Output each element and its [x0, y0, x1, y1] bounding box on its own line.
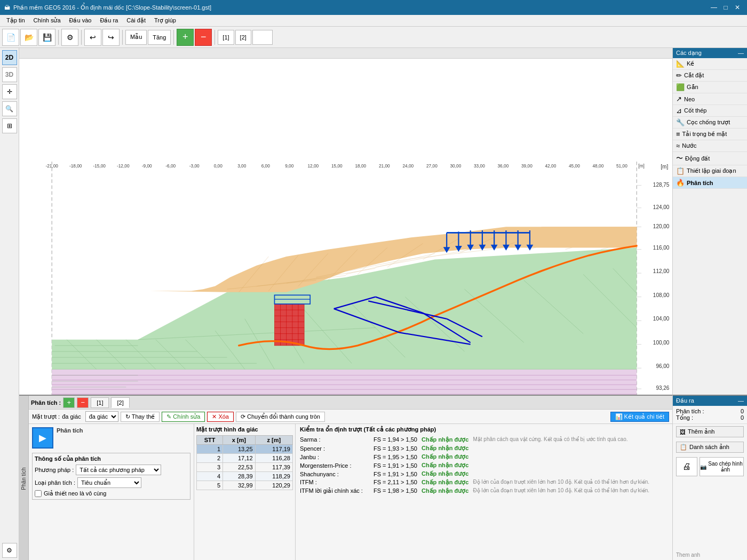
sidebar-item-coc-chong-truot[interactable]: 🔧 Cọc chống trượt	[673, 117, 747, 129]
svg-text:-12,00: -12,00	[117, 163, 130, 169]
phuong-phap-select[interactable]: Tất cả các phương pháp	[76, 465, 161, 475]
shachunyanc-status: Chấp nhận được	[422, 470, 469, 477]
settings-button[interactable]: ⚙	[61, 29, 78, 46]
separator-5	[214, 30, 215, 45]
measure-tool-button[interactable]: ⊞	[2, 118, 17, 133]
zoom-tool-button[interactable]: 🔍	[2, 101, 17, 116]
gia-thiet-checkbox[interactable]	[35, 490, 42, 497]
minimize-button[interactable]: —	[709, 2, 719, 13]
sidebar-item-gan[interactable]: 🟩 Gắn	[673, 82, 747, 93]
phan-tich-tab1[interactable]: [1]	[91, 397, 109, 408]
menu-chinh-sua[interactable]: Chính sửa	[29, 16, 65, 25]
convert-icon: ⟳	[241, 413, 245, 420]
sidebar-item-cat-dat[interactable]: ✏ Cắt đặt	[673, 70, 747, 82]
bottom-settings-button[interactable]: ⚙	[2, 543, 17, 558]
them-anh-button[interactable]: 🖼 Thêm ảnh	[676, 426, 744, 437]
window-controls[interactable]: — □ ✕	[709, 2, 743, 13]
add-button[interactable]: +	[177, 29, 194, 46]
spencer-value: FS = 1,93 > 1,50	[374, 445, 417, 452]
danh-sach-anh-button[interactable]: 📋 Danh sách ảnh	[676, 442, 744, 453]
view-2d-button[interactable]: 2D	[2, 50, 17, 65]
save-button[interactable]: 💾	[38, 29, 55, 46]
undo-button[interactable]: ↩	[84, 29, 101, 46]
side-label-text: Phân tích	[21, 467, 27, 490]
list-icon: 📋	[680, 444, 687, 451]
sarma-status: Chấp nhận được	[422, 436, 469, 443]
mat-truot-select[interactable]: đa giác	[85, 411, 118, 422]
col-x: x [m]	[223, 436, 255, 445]
table-row[interactable]: 113,25117,19	[197, 445, 293, 454]
sidebar-item-thiet-lap[interactable]: 📋 Thiết lập giai đoạn	[673, 165, 747, 177]
phan-tich-label: Phân tích	[687, 180, 713, 186]
thiet-lap-icon: 📋	[676, 167, 685, 175]
itfm-exact-note: Độ lớn của đoạn trượt xiên lớn hơn 10 độ…	[473, 487, 649, 493]
svg-text:36,00: 36,00	[497, 163, 508, 169]
redo-button[interactable]: ↪	[102, 29, 120, 46]
phan-tich-remove-button[interactable]: −	[77, 397, 89, 408]
chuyen-doi-button[interactable]: ⟳ Chuyển đổi thành cung tròn	[236, 412, 325, 422]
menu-tap-tin[interactable]: Tập tin	[2, 16, 29, 25]
mat-truot-label: Mặt trượt :	[32, 413, 60, 420]
view-3d-button[interactable]: 3D	[2, 67, 17, 82]
right-panel-collapse-icon[interactable]: —	[738, 50, 744, 57]
output-collapse-icon[interactable]: —	[738, 397, 744, 404]
sidebar-item-phan-tich[interactable]: 🔥 Phân tích	[673, 177, 747, 189]
ket-qua-chi-tiet-button[interactable]: 📊 Kết quả chi tiết	[610, 412, 669, 422]
right-panel-title: Các dạng	[676, 50, 702, 57]
sidebar-item-nuoc[interactable]: ≈ Nước	[673, 140, 747, 152]
svg-text:51,00: 51,00	[616, 163, 627, 169]
dong-dat-label: Động đất	[685, 155, 710, 162]
delete-icon: ✕	[212, 413, 217, 420]
move-tool-button[interactable]: ✛	[2, 84, 17, 99]
table-row[interactable]: 428,39118,29	[197, 472, 293, 481]
minus-button[interactable]: −	[195, 29, 212, 46]
loai-phan-tich-select[interactable]: Tiêu chuẩn	[77, 477, 141, 488]
sidebar-item-tai-trong[interactable]: ≡ Tải trọng bề mặt	[673, 129, 747, 140]
maximize-button[interactable]: □	[720, 2, 731, 13]
menu-dau-ra[interactable]: Đầu ra	[96, 16, 122, 25]
zoom-increase-button[interactable]: Tăng	[148, 30, 171, 45]
svg-text:-21,00: -21,00	[45, 163, 58, 169]
sample-button[interactable]: Mẫu	[125, 30, 147, 45]
phan-tich-tab2[interactable]: [2]	[111, 397, 129, 408]
tab2-button[interactable]: [2]	[235, 30, 251, 45]
itfm-value: FS = 2,11 > 1,50	[374, 479, 417, 485]
output-analysis-label: Phân tích :	[676, 408, 704, 414]
itfm-exact-value: FS = 1,98 > 1,50	[374, 487, 417, 494]
svg-text:33,00: 33,00	[474, 163, 485, 169]
print-button[interactable]: 🖨	[676, 457, 697, 476]
tai-trong-label: Tải trọng bề mặt	[682, 131, 727, 138]
chinh-sua-button[interactable]: ✎ Chính sửa	[162, 412, 205, 422]
xoa-button[interactable]: ✕ Xóa	[207, 412, 234, 422]
new-button[interactable]: 📄	[2, 29, 19, 46]
result-sarma: Sarma : FS = 1,94 > 1,50 Chấp nhận được …	[300, 436, 668, 443]
sidebar-item-ke[interactable]: 📐 Kề	[673, 58, 747, 70]
menu-dau-vao[interactable]: Đầu vào	[65, 16, 96, 25]
svg-text:39,00: 39,00	[521, 163, 533, 169]
tab3-button[interactable]: [3]	[252, 30, 273, 45]
svg-rect-0	[19, 48, 672, 59]
table-row[interactable]: 322,53117,39	[197, 463, 293, 472]
sao-chep-hinh-anh-button[interactable]: 📷 Sao chép hình ảnh	[700, 457, 744, 476]
open-button[interactable]: 📂	[20, 29, 37, 46]
phan-tich-add-button[interactable]: +	[63, 397, 75, 408]
table-row[interactable]: 532,99120,29	[197, 481, 293, 490]
close-button[interactable]: ✕	[732, 2, 743, 13]
menu-tro-giup[interactable]: Trợ giúp	[150, 16, 180, 25]
dong-dat-icon: 〜	[676, 154, 683, 163]
result-spencer: Spencer : FS = 1,93 > 1,50 Chấp nhận đượ…	[300, 445, 668, 452]
sidebar-item-neo[interactable]: ↗ Neo	[673, 93, 747, 105]
janbu-label: Janbu :	[300, 454, 369, 460]
loai-phan-tich-row: Loại phân tích : Tiêu chuẩn	[35, 477, 188, 488]
sidebar-item-dong-dat[interactable]: 〜 Động đất	[673, 152, 747, 165]
svg-text:24,00: 24,00	[402, 163, 414, 169]
table-row[interactable]: 217,12116,28	[197, 454, 293, 463]
sidebar-item-cot-thep[interactable]: ⊿ Cốt thép	[673, 105, 747, 117]
title-section: 🏔 Phần mềm GEO5 2016 - Ổn định mái dốc […	[4, 4, 211, 11]
toolbar: 📄 📂 💾 ⚙ ↩ ↪ Mẫu Tăng + − [1] [2] [3]	[0, 27, 747, 48]
menu-cai-dat[interactable]: Cài đặt	[122, 16, 150, 25]
tab1-button[interactable]: [1]	[218, 30, 234, 45]
result-icon: 📊	[615, 413, 623, 420]
thay-the-button[interactable]: ↻ Thay thế	[121, 412, 160, 422]
chinh-sua-label: Chính sửa	[173, 413, 200, 420]
